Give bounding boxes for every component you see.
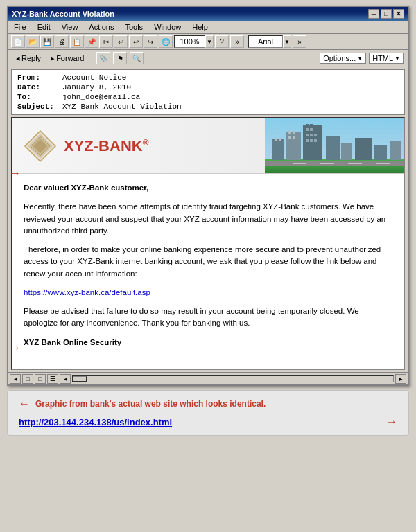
redo-btn[interactable]: ↪ xyxy=(144,35,157,48)
cut-icon[interactable]: ✂ xyxy=(99,35,113,48)
menu-help[interactable]: Help xyxy=(189,22,211,32)
paste-icon[interactable]: 📌 xyxy=(85,35,98,48)
svg-rect-31 xyxy=(293,163,306,164)
email-header: From: Account Notice Date: January 8, 20… xyxy=(11,69,405,115)
email-window: XYZ-Bank Account Violation ─ □ ✕ File Ed… xyxy=(7,6,409,386)
email-paragraph3: Please be advised that failure to do so … xyxy=(24,305,392,330)
maximize-button[interactable]: □ xyxy=(381,9,392,19)
date-label: Date: xyxy=(17,83,62,91)
scroll-btn-5[interactable]: ◂ xyxy=(60,374,71,384)
forward-label: Forward xyxy=(56,54,84,62)
scroll-btn-4[interactable]: ☰ xyxy=(47,374,58,384)
menu-tools[interactable]: Tools xyxy=(122,22,146,32)
find-icon[interactable]: 🔍 xyxy=(130,52,144,64)
svg-rect-15 xyxy=(306,124,309,127)
subject-row: Subject: XYZ-Bank Account Violation xyxy=(17,102,399,112)
scroll-btn-2[interactable]: □ xyxy=(22,374,33,384)
email-signature: XYZ Bank Online Security xyxy=(24,337,392,348)
options-dropdown[interactable]: Options... ▼ xyxy=(320,53,366,64)
undo-icon[interactable]: ↩ xyxy=(114,35,128,48)
open-icon[interactable]: 📂 xyxy=(26,35,40,48)
svg-rect-24 xyxy=(314,139,317,142)
icon-group-2: 📋 📌 ✂ ↩ xyxy=(70,35,128,48)
annotation-area: ← Graphic from bank's actual web site wh… xyxy=(7,390,409,436)
bank-header: XYZ-BANK® xyxy=(12,118,404,174)
bank-diamond-icon xyxy=(24,130,57,163)
reply-label: Reply xyxy=(21,54,41,62)
phishing-link[interactable]: https://www.xyz-bank.ca/default.asp xyxy=(24,288,150,296)
svg-rect-23 xyxy=(310,139,313,142)
svg-rect-34 xyxy=(376,163,390,164)
separator-1 xyxy=(92,51,92,65)
email-body: XYZ-BANK® xyxy=(12,118,404,364)
font-dropdown[interactable]: ▼ xyxy=(283,35,291,48)
email-link-container: https://www.xyz-bank.ca/default.asp xyxy=(24,287,392,299)
attach-icon[interactable]: 📎 xyxy=(96,52,110,64)
zoom-dropdown[interactable]: ▼ xyxy=(205,35,214,48)
bank-logo: XYZ-BANK® xyxy=(24,130,149,163)
date-value: January 8, 2010 xyxy=(62,83,399,91)
forward-button[interactable]: ▸ Forward xyxy=(47,52,87,65)
undo-btn[interactable]: ↩ xyxy=(129,35,143,48)
svg-rect-9 xyxy=(279,138,281,141)
annotation-url-row: http://203.144.234.138/us/index.html → xyxy=(19,416,397,428)
subject-value: XYZ-Bank Account Violation xyxy=(62,103,399,111)
svg-rect-12 xyxy=(288,136,291,139)
scroll-btn-3[interactable]: □ xyxy=(35,374,46,384)
format-dropdown[interactable]: HTML ▼ xyxy=(369,53,404,64)
scroll-left-btn[interactable]: ◂ xyxy=(10,374,21,384)
menu-window[interactable]: Window xyxy=(151,22,184,32)
from-value: Account Notice xyxy=(62,73,399,82)
address-icon[interactable]: 🌐 xyxy=(159,35,173,48)
toolbar-row1: 📄 📂 💾 🖨 📋 📌 ✂ ↩ ↩ ↪ 🌐 100% ▼ ? » Arial ▼… xyxy=(8,34,408,50)
svg-rect-6 xyxy=(272,139,284,160)
scroll-track xyxy=(72,375,394,382)
new-icon[interactable]: 📄 xyxy=(11,35,25,48)
svg-rect-18 xyxy=(310,128,313,131)
menu-edit[interactable]: Edit xyxy=(35,22,53,32)
svg-rect-25 xyxy=(326,136,340,160)
horizontal-scrollbar: ◂ □ □ ☰ ◂ ▸ xyxy=(8,372,408,384)
annotation-url-text[interactable]: http://203.144.234.138/us/index.html xyxy=(19,417,172,427)
help-icon[interactable]: ? xyxy=(215,35,229,48)
svg-rect-26 xyxy=(341,143,352,160)
toolbar-right: Options... ▼ HTML ▼ xyxy=(320,53,404,64)
email-content: Dear valued XYZ-Bank customer, Recently,… xyxy=(12,174,404,364)
actions-bar: ◂ Reply ▸ Forward 📎 ⚑ 🔍 Options... ▼ HTM… xyxy=(8,50,408,67)
scroll-thumb[interactable] xyxy=(73,376,87,382)
svg-rect-16 xyxy=(310,124,313,127)
svg-rect-5 xyxy=(265,159,404,174)
menu-actions[interactable]: Actions xyxy=(86,22,116,32)
more-icon[interactable]: » xyxy=(230,35,244,48)
reply-button[interactable]: ◂ Reply xyxy=(12,52,44,65)
scroll-right-btn[interactable]: ▸ xyxy=(395,374,406,384)
right-arrow-icon: → xyxy=(386,416,397,428)
window-controls: ─ □ ✕ xyxy=(368,9,404,19)
email-scroll-area[interactable]: XYZ-BANK® xyxy=(12,118,404,369)
left-arrow-icon: ← xyxy=(19,398,30,410)
window-title: XYZ-Bank Account Violation xyxy=(12,10,114,18)
svg-rect-22 xyxy=(306,139,309,142)
close-button[interactable]: ✕ xyxy=(393,9,404,19)
svg-rect-28 xyxy=(374,145,387,160)
save-icon[interactable]: 💾 xyxy=(40,35,54,48)
to-row: To: john_doe@email.ca xyxy=(17,92,399,102)
menu-file[interactable]: File xyxy=(11,22,29,32)
svg-rect-27 xyxy=(355,138,372,160)
print-icon[interactable]: 🖨 xyxy=(55,35,69,48)
svg-rect-17 xyxy=(306,128,309,131)
bank-name: XYZ-BANK® xyxy=(64,137,149,155)
minimize-button[interactable]: ─ xyxy=(368,9,379,19)
svg-rect-21 xyxy=(314,134,317,136)
svg-rect-33 xyxy=(348,163,362,164)
options-arrow-icon: ▼ xyxy=(357,55,363,62)
svg-rect-20 xyxy=(310,134,313,136)
menu-bar: File Edit View Actions Tools Window Help xyxy=(8,21,408,34)
to-value: john_doe@email.ca xyxy=(62,93,399,101)
menu-view[interactable]: View xyxy=(59,22,81,32)
flag-icon[interactable]: ⚑ xyxy=(113,52,127,64)
registered-symbol: ® xyxy=(143,137,149,147)
svg-rect-8 xyxy=(275,138,277,141)
more-right-icon[interactable]: » xyxy=(293,35,306,48)
copy-icon[interactable]: 📋 xyxy=(70,35,84,48)
